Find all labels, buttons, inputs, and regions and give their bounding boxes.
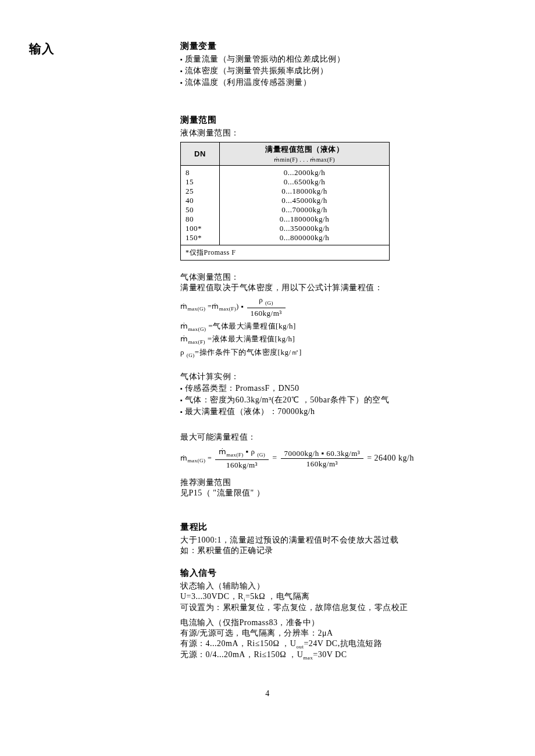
page-number: 4 xyxy=(29,689,506,698)
max-possible-label: 最大可能满量程值： xyxy=(180,432,506,443)
s4-line: 有源/无源可选，电气隔离，分辨率：2μA xyxy=(180,628,506,639)
s1-list: 质量流量（与测量管振动的相位差成比例） 流体密度（与测量管共振频率成比例） 流体… xyxy=(180,54,506,88)
s4-line: U=3...30VDC，Ri=5kΩ ，电气隔离 xyxy=(180,591,506,602)
s4-line: 可设置为：累积量复位，零点复位，故障信息复位，零点校正 xyxy=(180,602,506,613)
cell-val: 0...350000kg/h xyxy=(220,224,390,233)
gas-formula: ṁmax(G) =ṁmax(F)) ▪ ρ (G) 160kg/m³ xyxy=(180,295,506,319)
liquid-range-label: 液体测量范围： xyxy=(180,128,506,138)
side-heading: 输入 xyxy=(29,41,54,57)
max-result: = 26400 kg/h xyxy=(367,454,414,462)
cell-val: 0...45000kg/h xyxy=(220,196,390,205)
cell-dn: 25 xyxy=(181,187,220,196)
legend-line: ρ (G)=操作条件下的气体密度[kg/㎡] xyxy=(180,347,506,358)
th-dn: DN xyxy=(181,142,220,166)
rec-label: 推荐测量范围 xyxy=(180,477,506,488)
cell-val: 0...6500kg/h xyxy=(220,177,390,187)
list-item: 质量流量（与测量管振动的相位差成比例） xyxy=(180,54,506,65)
cell-val: 0...180000kg/h xyxy=(220,215,390,224)
legend-line: ṁmax(G) =气体最大满量程值[kg/h] xyxy=(180,321,506,332)
max-formula: ṁmax(G) = ṁmax(F) ▪ ρ (G) 160kg/m³ = 700… xyxy=(180,447,506,470)
cell-dn: 150* xyxy=(181,233,220,245)
gas-range-desc: 满量程值取决于气体密度，用以下公式计算满量程值： xyxy=(180,283,506,293)
s4-line: 状态输入（辅助输入） xyxy=(180,581,506,591)
max-frac1: ṁmax(F) ▪ ρ (G) 160kg/m³ xyxy=(215,447,269,470)
gas-range-label: 气体测量范围： xyxy=(180,272,506,283)
cell-val: 0...18000kg/h xyxy=(220,187,390,196)
legend-line: ṁmax(F) =液体最大满量程值[kg/h] xyxy=(180,334,506,345)
rec-ref: 见P15（ "流量限值" ） xyxy=(180,488,506,498)
page: 输入 测量变量 质量流量（与测量管振动的相位差成比例） 流体密度（与测量管共振频… xyxy=(0,0,535,722)
list-item: 流体密度（与测量管共振频率成比例） xyxy=(180,66,506,76)
list-item: 流体温度（利用温度传感器测量） xyxy=(180,77,506,88)
th-range-text: 满量程值范围（液体） xyxy=(265,145,344,154)
s4-line: 有源：4...20mA，Ri≤150Ω ，Uout=24V DC,抗电流短路 xyxy=(180,639,506,650)
s4-line: 无源：0/4...20mA，Ri≤150Ω ，Umax=30V DC xyxy=(180,650,506,661)
example-title: 气体计算实例： xyxy=(180,372,506,382)
table-note: *仅指Promass F xyxy=(181,245,390,261)
frac-num: 70000kg/h ▪ 60.3kg/m³ xyxy=(281,449,364,459)
max-formula-left: ṁmax(G) = xyxy=(180,454,214,462)
content-column: 测量变量 质量流量（与测量管振动的相位差成比例） 流体密度（与测量管共振频率成比… xyxy=(180,41,506,660)
max-frac2: 70000kg/h ▪ 60.3kg/m³ 160kg/m³ xyxy=(281,449,364,469)
cell-val: 0...2000kg/h xyxy=(220,166,390,178)
s3-line1: 大于1000:1，流量超过预设的满量程值时不会使放大器过载 xyxy=(180,535,506,545)
cell-dn: 8 xyxy=(181,166,220,178)
cell-dn: 100* xyxy=(181,224,220,233)
s4-title: 输入信号 xyxy=(180,568,506,579)
cell-dn: 15 xyxy=(181,177,220,187)
eq: = xyxy=(272,454,277,462)
formula-den: 160kg/m³ xyxy=(247,308,286,319)
cell-dn: 50 xyxy=(181,205,220,215)
formula-fraction: ρ (G) 160kg/m³ xyxy=(247,295,286,319)
s1-title: 测量变量 xyxy=(180,41,506,52)
frac-den: 160kg/m³ xyxy=(281,459,364,469)
list-item: 最大满量程值（液体）：70000kg/h xyxy=(180,406,506,417)
cell-dn: 40 xyxy=(181,196,220,205)
frac-num: ṁmax(F) ▪ ρ (G) xyxy=(215,447,269,460)
formula-left: ṁmax(G) =ṁmax(F)) ▪ xyxy=(180,302,246,311)
th-range: 满量程值范围（液体） ṁmin(F) . . . ṁmax(F) xyxy=(220,142,390,166)
th-range-sub: ṁmin(F) . . . ṁmax(F) xyxy=(274,156,335,163)
cell-val: 0...800000kg/h xyxy=(220,233,390,245)
s3-title: 量程比 xyxy=(180,522,506,533)
cell-val: 0...70000kg/h xyxy=(220,205,390,215)
list-item: 传感器类型：PromassF，DN50 xyxy=(180,383,506,394)
s4-line: 电流输入（仅指Promass83，准备中） xyxy=(180,618,506,628)
cell-dn: 80 xyxy=(181,215,220,224)
range-table: DN 满量程值范围（液体） ṁmin(F) . . . ṁmax(F) 80..… xyxy=(180,142,390,261)
list-item: 气体：密度为60.3kg/m³(在20℃ ，50bar条件下）的空气 xyxy=(180,395,506,405)
formula-num: ρ (G) xyxy=(247,295,286,308)
s2-title: 测量范围 xyxy=(180,115,506,126)
s3-line2: 如：累积量值的正确记录 xyxy=(180,545,506,556)
example-list: 传感器类型：PromassF，DN50 气体：密度为60.3kg/m³(在20℃… xyxy=(180,383,506,417)
frac-den: 160kg/m³ xyxy=(215,460,269,470)
